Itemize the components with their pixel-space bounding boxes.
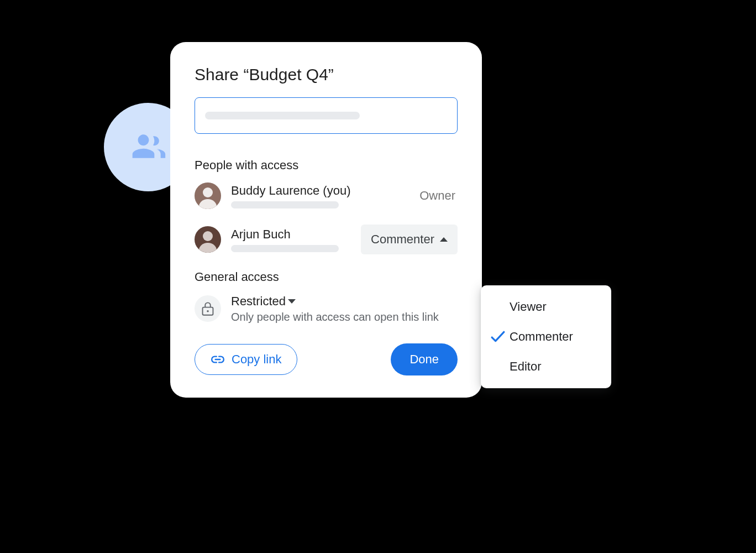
input-placeholder [205,112,360,119]
lock-icon-circle [195,295,221,322]
role-option-label: Editor [510,359,541,374]
general-section-label: General access [195,270,458,284]
svg-point-6 [207,310,209,312]
person-email-placeholder [231,245,339,252]
people-icon [129,128,167,166]
chevron-up-icon [440,237,448,242]
role-option-label: Viewer [510,300,547,314]
general-access-level: Restricted [231,294,286,309]
person-name: Arjun Buch [231,227,361,242]
copy-link-label: Copy link [232,352,281,367]
share-dialog: Share “Budget Q4” People with access Bud… [170,42,482,398]
link-icon [211,355,225,364]
general-access-select[interactable]: Restricted [231,294,296,309]
person-role-owner: Owner [419,189,458,203]
role-option-label: Commenter [510,330,573,344]
dialog-title: Share “Budget Q4” [195,65,458,84]
role-option-viewer[interactable]: Viewer [481,292,611,322]
done-button[interactable]: Done [391,343,458,375]
role-option-editor[interactable]: Editor [481,352,611,382]
check-icon [491,331,505,343]
person-row: Arjun Buch Commenter [195,225,458,254]
svg-point-1 [203,187,213,197]
avatar [195,182,221,209]
avatar [195,226,221,253]
chevron-down-icon [288,299,296,304]
person-row: Buddy Laurence (you) Owner [195,182,458,209]
person-role-label: Commenter [371,232,434,247]
role-option-commenter[interactable]: Commenter [481,322,611,352]
add-people-input[interactable] [195,97,458,134]
person-email-placeholder [231,201,339,208]
people-section-label: People with access [195,158,458,173]
person-role-select[interactable]: Commenter [361,225,458,254]
general-access-description: Only people with access can open this li… [231,311,458,324]
copy-link-button[interactable]: Copy link [195,344,297,375]
role-dropdown: Viewer Commenter Editor [481,285,611,388]
person-name: Buddy Laurence (you) [231,184,419,198]
lock-icon [202,301,214,316]
svg-point-4 [203,231,213,241]
